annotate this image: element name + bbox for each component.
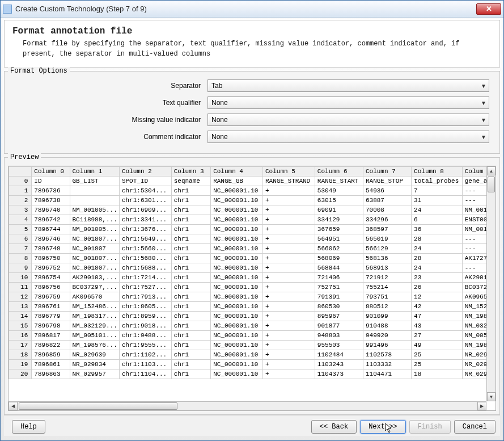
missing-value-select[interactable]: None ▼ xyxy=(207,114,489,126)
cell: NC_000001.10 xyxy=(211,302,263,312)
table-row[interactable]: 57896744NM_001005...chr1:3676...chr1NC_0… xyxy=(9,225,495,234)
separator-select[interactable]: Tab ▼ xyxy=(207,79,489,92)
hscroll-thumb[interactable] xyxy=(19,402,177,410)
table-row[interactable]: 97896752NC_001807...chr1:5688...chr1NC_0… xyxy=(9,263,495,273)
table-row[interactable]: 37896740NM_001005...chr1:6909...chr1NC_0… xyxy=(9,205,495,215)
cell: NC_000001.10 xyxy=(211,254,263,263)
col-header[interactable]: Column 7 xyxy=(363,167,411,177)
row-number: 20 xyxy=(9,369,32,379)
cell: chr1 xyxy=(171,225,210,234)
cell: 31 xyxy=(412,196,463,205)
col-header[interactable]: Column 8 xyxy=(412,167,463,177)
cell: chr1 xyxy=(171,234,210,244)
col-header[interactable]: Column 0 xyxy=(32,167,70,177)
cell: chr1:5660... xyxy=(119,244,171,254)
text-qualifier-select[interactable]: None ▼ xyxy=(207,96,489,109)
table-row[interactable]: 127896759AK096570chr1:7913...chr1NC_0000… xyxy=(9,292,495,302)
table-row[interactable]: 137896761NM_152486...chr1:8605...chr1NC_… xyxy=(9,302,495,312)
table-row[interactable]: 77896748NC_001807chr1:5660...chr1NC_0000… xyxy=(9,244,495,254)
vertical-scrollbar[interactable]: ▲ ▼ xyxy=(486,166,495,401)
col-header[interactable]: Column 6 xyxy=(315,167,363,177)
table-row[interactable]: 27896738chr1:6301...chr1NC_000001.10+630… xyxy=(9,196,495,205)
cell: 7 xyxy=(412,186,463,196)
table-row[interactable]: 197896861NR_029834chr1:1103...chr1NC_000… xyxy=(9,360,495,369)
cell: NM_152486... xyxy=(70,302,119,312)
cell: 23 xyxy=(412,273,463,283)
next-button[interactable]: Next >> xyxy=(360,420,405,434)
vscroll-track[interactable] xyxy=(487,175,495,392)
cell: 568913 xyxy=(363,263,411,273)
cell: 7896761 xyxy=(32,302,70,312)
table-row[interactable]: 177896822NM_198576...chr1:9555...chr1NC_… xyxy=(9,341,495,350)
col-header[interactable]: Column 3 xyxy=(171,167,210,177)
row-number: 19 xyxy=(9,360,32,369)
table-row[interactable]: 0IDGB_LISTSPOT_IDseqnameRANGE_GBRANGE_ST… xyxy=(9,177,495,186)
cell: + xyxy=(263,331,315,341)
cell: ID xyxy=(32,177,70,186)
cell: chr1 xyxy=(171,273,210,283)
cell: chr1:8605... xyxy=(119,302,171,312)
table-row[interactable]: 87896750NC_001807...chr1:5680...chr1NC_0… xyxy=(9,254,495,263)
cell: 43 xyxy=(412,321,463,331)
cell: NC_001807... xyxy=(70,263,119,273)
row-number: 15 xyxy=(9,321,32,331)
table-row[interactable]: 187896859NR_029639chr1:1102...chr1NC_000… xyxy=(9,350,495,360)
scroll-down-button[interactable]: ▼ xyxy=(487,392,495,401)
cell: chr1:9555... xyxy=(119,341,171,350)
table-row[interactable]: 167896817NM_005101...chr1:9488...chr1NC_… xyxy=(9,331,495,341)
cell: NC_000001.10 xyxy=(211,331,263,341)
cell: NC_000001.10 xyxy=(211,263,263,273)
cell: 28 xyxy=(412,254,463,263)
horizontal-scrollbar[interactable]: ◀ ▶ xyxy=(9,401,486,410)
cell: NC_000001.10 xyxy=(211,244,263,254)
cell: 566062 xyxy=(315,244,363,254)
cell: SPOT_ID xyxy=(119,177,171,186)
table-row[interactable]: 67896746NC_001807...chr1:5649...chr1NC_0… xyxy=(9,234,495,244)
table-row[interactable]: 107896754AK290103,...chr1:7214...chr1NC_… xyxy=(9,273,495,283)
cell: 7896817 xyxy=(32,331,70,341)
cell: chr1 xyxy=(171,341,210,350)
cell: 63887 xyxy=(363,196,411,205)
table-row[interactable]: 17896736chr1:5304...chr1NC_000001.10+530… xyxy=(9,186,495,196)
cell: NR_029957 xyxy=(70,369,119,379)
cancel-button[interactable]: Cancel xyxy=(454,420,495,434)
scroll-left-button[interactable]: ◀ xyxy=(9,402,18,410)
cell: NC_000001.10 xyxy=(211,292,263,302)
cell: RANGE_START xyxy=(315,177,363,186)
col-header[interactable]: Column 4 xyxy=(211,167,263,177)
text-qualifier-value: None xyxy=(211,99,228,107)
table-row[interactable]: 157896798NM_032129...chr1:9018...chr1NC_… xyxy=(9,321,495,331)
table-row[interactable]: 147896779NM_198317...chr1:8959...chr1NC_… xyxy=(9,312,495,321)
cell: 755214 xyxy=(363,283,411,292)
page-title: Format annotation file xyxy=(12,26,492,36)
back-button[interactable]: << Back xyxy=(311,420,357,434)
scroll-up-button[interactable]: ▲ xyxy=(487,166,495,175)
cell: chr1:1102... xyxy=(119,350,171,360)
hscroll-track[interactable] xyxy=(18,402,477,410)
table-row[interactable]: 117896756BC037297,...chr1:7527...chr1NC_… xyxy=(9,283,495,292)
page-description: Format file by specifying the separator,… xyxy=(12,39,492,59)
col-header[interactable]: Column 1 xyxy=(70,167,119,177)
vscroll-thumb[interactable] xyxy=(488,177,495,192)
cell: + xyxy=(263,369,315,379)
cell: 42 xyxy=(412,302,463,312)
cell: 7896742 xyxy=(32,215,70,225)
cell: total_probes xyxy=(412,177,463,186)
cell: NC_000001.10 xyxy=(211,312,263,321)
cell: + xyxy=(263,263,315,273)
help-button[interactable]: Help xyxy=(12,420,45,434)
table-row[interactable]: 207896863NR_029957chr1:1104...chr1NC_000… xyxy=(9,369,495,379)
cell: NC_000001.10 xyxy=(211,360,263,369)
cell: NC_000001.10 xyxy=(211,205,263,215)
cell: + xyxy=(263,234,315,244)
close-button[interactable]: ✕ xyxy=(476,3,501,15)
col-header[interactable]: Column 5 xyxy=(263,167,315,177)
col-header[interactable]: Column 2 xyxy=(119,167,171,177)
cell: 25 xyxy=(412,360,463,369)
row-number: 14 xyxy=(9,312,32,321)
comment-indicator-select[interactable]: None ▼ xyxy=(207,131,489,143)
table-row[interactable]: 47896742BC118988,...chr1:3341...chr1NC_0… xyxy=(9,215,495,225)
cell: 7896759 xyxy=(32,292,70,302)
cell: chr1 xyxy=(171,292,210,302)
scroll-right-button[interactable]: ▶ xyxy=(477,402,486,410)
